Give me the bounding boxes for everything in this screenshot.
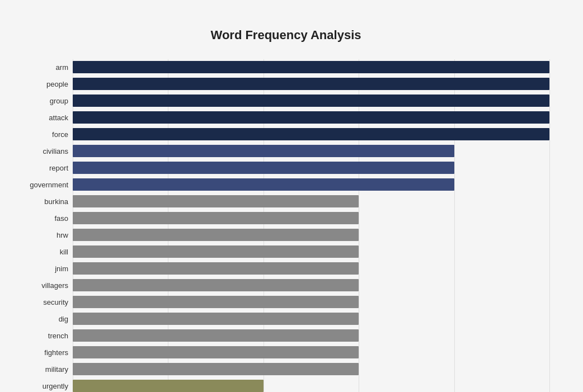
bar: [73, 61, 549, 73]
y-label: military: [45, 361, 68, 377]
chart-area: armpeoplegroupattackforceciviliansreport…: [22, 59, 549, 392]
bar-row: [73, 126, 549, 142]
y-label: fighters: [44, 344, 68, 360]
bars-area: [73, 59, 549, 392]
bar-row: [73, 177, 549, 192]
bar: [73, 262, 359, 275]
bar: [73, 162, 454, 174]
y-label: attack: [49, 110, 68, 125]
bar: [73, 380, 264, 392]
chart-container: Word Frequency Analysis armpeoplegroupat…: [11, 11, 572, 392]
bar: [73, 363, 359, 375]
y-label: force: [52, 126, 68, 142]
y-label: jnim: [55, 261, 68, 276]
y-label: people: [46, 76, 68, 92]
bar: [73, 279, 359, 291]
bar-row: [73, 76, 549, 92]
bar: [73, 178, 454, 191]
bar-row: [73, 361, 549, 377]
bar-row: [73, 294, 549, 310]
bar-row: [73, 378, 549, 392]
bar-row: [73, 110, 549, 125]
bar-row: [73, 227, 549, 243]
bar: [73, 128, 549, 140]
bar: [73, 245, 359, 258]
y-label: group: [50, 93, 68, 108]
chart-title: Word Frequency Analysis: [22, 28, 549, 42]
bar-row: [73, 244, 549, 259]
y-label: faso: [54, 210, 68, 226]
bar: [73, 111, 549, 124]
y-label: report: [49, 160, 68, 176]
y-label: kill: [60, 244, 68, 259]
bars-wrapper: [73, 59, 549, 392]
bar: [73, 313, 359, 325]
bar-row: [73, 344, 549, 360]
y-label: trench: [48, 328, 68, 343]
bar: [73, 329, 359, 342]
bar-row: [73, 210, 549, 226]
y-label: government: [30, 177, 68, 192]
bar-row: [73, 59, 549, 75]
bar-row: [73, 143, 549, 159]
bar: [73, 296, 359, 308]
bar-row: [73, 193, 549, 209]
bar-row: [73, 328, 549, 343]
y-label: urgently: [43, 378, 68, 392]
y-label: burkina: [44, 193, 68, 209]
y-label: hrw: [57, 227, 68, 243]
y-axis: armpeoplegroupattackforceciviliansreport…: [22, 59, 73, 392]
bar-row: [73, 261, 549, 276]
bar: [73, 346, 359, 358]
bar: [73, 212, 359, 224]
bar: [73, 95, 549, 107]
bar-row: [73, 277, 549, 293]
bar-row: [73, 160, 549, 176]
y-label: dig: [59, 311, 68, 327]
bar: [73, 78, 549, 90]
bar: [73, 145, 454, 157]
y-label: villagers: [41, 277, 68, 293]
bar: [73, 195, 359, 207]
y-label: civilians: [43, 143, 68, 159]
bar-row: [73, 311, 549, 327]
bar: [73, 229, 359, 241]
y-label: arm: [56, 59, 68, 75]
y-label: security: [43, 294, 68, 310]
bar-row: [73, 93, 549, 108]
